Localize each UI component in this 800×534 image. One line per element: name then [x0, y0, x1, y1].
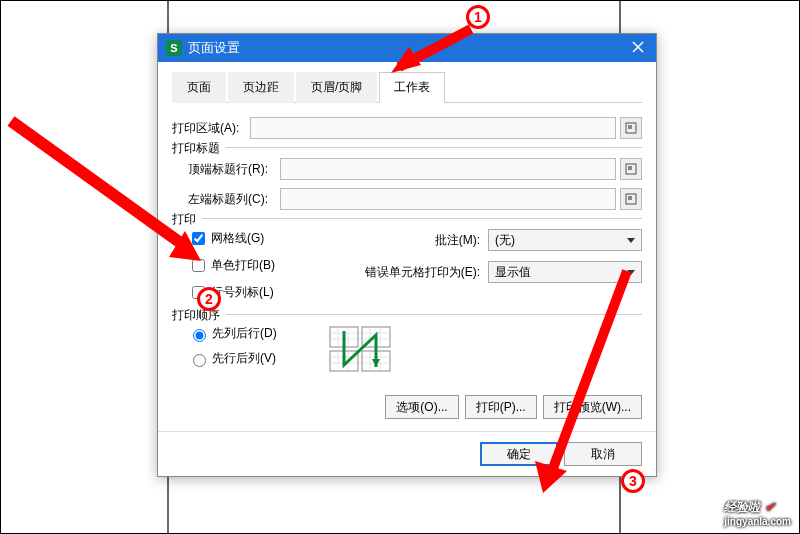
comments-value: (无)	[495, 232, 515, 249]
marker-3: 3	[621, 469, 645, 493]
watermark-sub: jingyanla.com	[724, 516, 791, 527]
ok-button[interactable]: 确定	[480, 442, 558, 466]
print-area-input[interactable]	[250, 117, 616, 139]
errors-combo[interactable]: 显示值	[488, 261, 642, 283]
down-over-radio[interactable]	[193, 329, 206, 342]
top-row-label: 顶端标题行(R):	[188, 161, 280, 178]
down-over-label: 先列后行(D)	[212, 325, 277, 342]
svg-rect-7	[628, 196, 632, 200]
print-button[interactable]: 打印(P)...	[465, 395, 537, 419]
print-titles-label: 打印标题	[172, 140, 226, 157]
print-titles-group: 打印标题	[172, 147, 642, 148]
range-select-icon[interactable]	[620, 117, 642, 139]
left-col-range-icon[interactable]	[620, 188, 642, 210]
tab-sheet[interactable]: 工作表	[379, 72, 445, 103]
cancel-button[interactable]: 取消	[564, 442, 642, 466]
tab-margins[interactable]: 页边距	[228, 72, 294, 103]
close-icon[interactable]	[628, 41, 648, 56]
app-logo-icon: S	[166, 40, 182, 56]
marker-1: 1	[466, 5, 490, 29]
mono-label: 单色打印(B)	[211, 257, 275, 274]
watermark: 经验啦 ✔ jingyanla.com	[724, 495, 791, 527]
chevron-down-icon	[627, 238, 635, 243]
left-col-label: 左端标题列(C):	[188, 191, 280, 208]
preview-button[interactable]: 打印预览(W)...	[543, 395, 642, 419]
gridlines-checkbox[interactable]	[192, 232, 205, 245]
chevron-down-icon	[627, 270, 635, 275]
print-group-label: 打印	[172, 211, 202, 228]
svg-rect-5	[628, 166, 632, 170]
comments-label: 批注(M):	[358, 232, 488, 249]
print-order-graphic	[328, 325, 394, 373]
dialog-body: 页面 页边距 页眉/页脚 工作表 打印区域(A): 打印标题 顶端标题行(R):	[158, 62, 656, 431]
options-button[interactable]: 选项(O)...	[385, 395, 458, 419]
over-down-label: 先行后列(V)	[212, 350, 276, 367]
top-row-input[interactable]	[280, 158, 616, 180]
tab-bar: 页面 页边距 页眉/页脚 工作表	[172, 72, 642, 103]
left-col-input[interactable]	[280, 188, 616, 210]
errors-label: 错误单元格打印为(E):	[358, 264, 488, 281]
titlebar: S 页面设置	[158, 34, 656, 62]
watermark-title: 经验啦	[724, 500, 760, 514]
order-group-label: 打印顺序	[172, 307, 226, 324]
mono-checkbox[interactable]	[192, 259, 205, 272]
print-group: 打印	[172, 218, 642, 219]
over-down-radio[interactable]	[193, 354, 206, 367]
comments-combo[interactable]: (无)	[488, 229, 642, 251]
errors-value: 显示值	[495, 264, 531, 281]
page-setup-dialog: S 页面设置 页面 页边距 页眉/页脚 工作表 打印区域(A): 打印标题	[157, 33, 657, 477]
marker-2: 2	[197, 287, 221, 311]
order-group: 打印顺序	[172, 314, 642, 315]
dialog-footer: 确定 取消	[158, 431, 656, 476]
svg-rect-3	[628, 125, 632, 129]
gridlines-label: 网格线(G)	[211, 230, 264, 247]
tab-page[interactable]: 页面	[172, 72, 226, 103]
top-row-range-icon[interactable]	[620, 158, 642, 180]
print-area-label: 打印区域(A):	[172, 120, 250, 137]
tab-header-footer[interactable]: 页眉/页脚	[296, 72, 377, 103]
dialog-title: 页面设置	[188, 39, 628, 57]
